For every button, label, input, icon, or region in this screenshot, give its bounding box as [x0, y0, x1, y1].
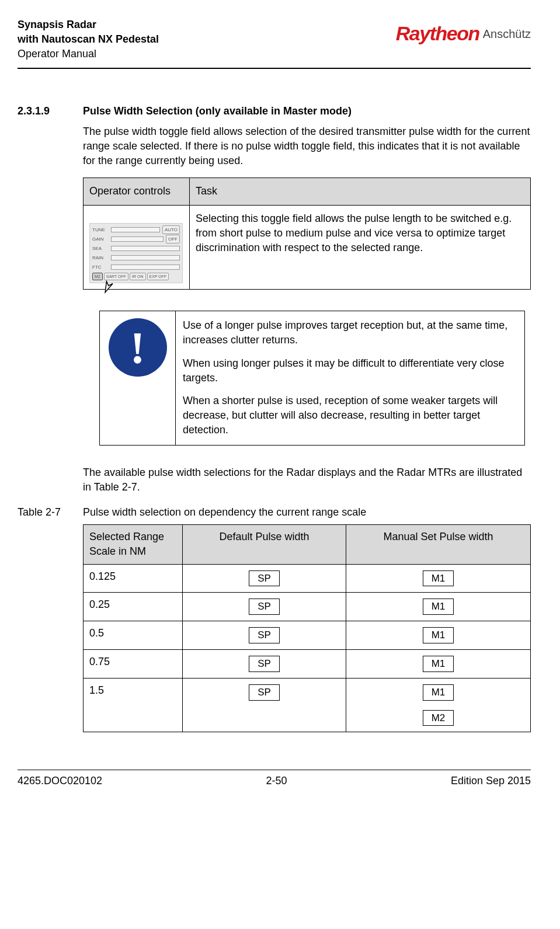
pulse-width-value: M1 — [423, 627, 454, 643]
manual-pw-cell: M1 — [346, 564, 531, 593]
manual-pw-cell: M1 — [346, 621, 531, 650]
default-pw-cell: SP — [183, 564, 346, 593]
table2-title: Pulse width selection on dependency the … — [83, 505, 366, 520]
pulse-width-value: M1 — [423, 570, 454, 587]
header-left: Synapsis Radar with Nautoscan NX Pedesta… — [18, 18, 159, 62]
product-title-2: with Nautoscan NX Pedestal — [18, 32, 159, 47]
pulse-width-value: SP — [249, 570, 280, 587]
note-box: ! Use of a longer pulse improves target … — [99, 311, 525, 445]
page-header: Synapsis Radar with Nautoscan NX Pedesta… — [18, 18, 531, 69]
rain-label: RAIN — [92, 255, 109, 261]
pulse-width-value: M2 — [423, 710, 454, 726]
default-pw-cell: SP — [183, 621, 346, 650]
range-cell: 0.5 — [84, 621, 183, 650]
note-p2: When using longer pulses it may be diffi… — [183, 356, 517, 385]
section-heading: 2.3.1.9 Pulse Width Selection (only avai… — [18, 104, 531, 120]
sea-label: SEA — [92, 245, 109, 252]
section-title: Pulse Width Selection (only available in… — [83, 104, 352, 119]
anschutz-logo: Anschütz — [483, 26, 531, 42]
logo: Raytheon Anschütz — [396, 18, 531, 48]
table-row: 0.5SPM1 — [84, 621, 531, 650]
pulse-width-value: M1 — [423, 656, 454, 672]
default-pw-cell: SP — [183, 678, 346, 732]
manual-label: Operator Manual — [18, 47, 159, 61]
product-title-1: Synapsis Radar — [18, 18, 159, 32]
after-note-text: The available pulse width selections for… — [83, 465, 531, 495]
doc-number: 4265.DOC020102 — [18, 774, 102, 788]
pulse-width-value: SP — [249, 684, 280, 701]
page-number: 2-50 — [266, 774, 287, 788]
pulse-width-value: SP — [249, 599, 280, 615]
ir-button: IR ON — [130, 273, 145, 281]
section-number: 2.3.1.9 — [18, 104, 83, 119]
m2-toggle: M2 — [92, 273, 103, 281]
table1-header-controls: Operator controls — [84, 178, 190, 205]
tune-label: TUNE — [92, 227, 109, 233]
note-p1: Use of a longer pulse improves target re… — [183, 318, 517, 347]
table2-caption: Table 2-7 Pulse width selection on depen… — [18, 505, 531, 520]
radar-control-panel: TUNE AUTO GAIN OFF SEA RAIN — [89, 223, 183, 284]
operator-task-table: Operator controls Task TUNE AUTO GAIN OF… — [83, 178, 531, 290]
task-cell: Selecting this toggle field allows the p… — [190, 205, 531, 290]
table1-header-task: Task — [190, 178, 531, 205]
range-cell: 1.5 — [84, 678, 183, 732]
rain-bar — [111, 255, 180, 260]
pulse-width-value: M1 — [423, 684, 454, 701]
gain-bar — [111, 236, 164, 242]
table-row: 0.25SPM1 — [84, 593, 531, 621]
range-cell: 0.75 — [84, 649, 183, 678]
pulse-width-value: M1 — [423, 599, 454, 615]
table-row: 1.5SPM1M2 — [84, 678, 531, 732]
operator-controls-cell: TUNE AUTO GAIN OFF SEA RAIN — [84, 205, 190, 290]
edition: Edition Sep 2015 — [451, 774, 531, 788]
sea-bar — [111, 246, 180, 251]
pulse-width-value: SP — [249, 656, 280, 672]
manual-pw-cell: M1 — [346, 593, 531, 621]
pulse-width-table: Selected Range Scale in NM Default Pulse… — [83, 524, 531, 732]
intro-text: The pulse width toggle field allows sele… — [83, 124, 531, 169]
manual-pw-cell: M1 — [346, 649, 531, 678]
tune-bar — [111, 227, 160, 232]
gain-label: GAIN — [92, 236, 109, 242]
note-body: Use of a longer pulse improves target re… — [176, 311, 525, 445]
ftc-label: FTC — [92, 264, 109, 270]
range-cell: 0.25 — [84, 593, 183, 621]
pulse-width-value: SP — [249, 627, 280, 643]
ftc-bar — [111, 265, 180, 270]
default-pw-cell: SP — [183, 649, 346, 678]
note-icon-cell: ! — [100, 311, 176, 445]
off-button: OFF — [166, 235, 180, 243]
table2-h2: Default Pulse width — [183, 525, 346, 564]
default-pw-cell: SP — [183, 593, 346, 621]
range-cell: 0.125 — [84, 564, 183, 593]
table-row: 0.75SPM1 — [84, 649, 531, 678]
table2-h3: Manual Set Pulse width — [346, 525, 531, 564]
manual-pw-cell: M1M2 — [346, 678, 531, 732]
note-p3: When a shorter pulse is used, reception … — [183, 394, 517, 438]
raytheon-logo: Raytheon — [396, 20, 479, 48]
page-footer: 4265.DOC020102 2-50 Edition Sep 2015 — [18, 770, 531, 788]
section-intro: The pulse width toggle field allows sele… — [83, 124, 531, 169]
table2-number: Table 2-7 — [18, 505, 83, 520]
auto-button: AUTO — [162, 225, 180, 234]
table2-h1: Selected Range Scale in NM — [84, 525, 183, 564]
exp-button: EXP OFF — [147, 273, 169, 281]
table-row: 0.125SPM1 — [84, 564, 531, 593]
caution-icon: ! — [109, 318, 167, 377]
